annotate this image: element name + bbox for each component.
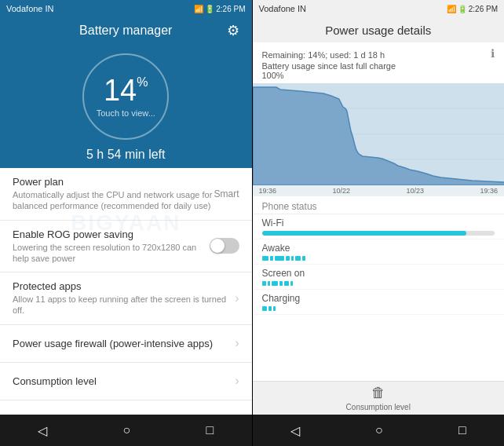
right-status-icons: 📶 🔋 2:26 PM bbox=[447, 5, 498, 13]
screen-seg-6 bbox=[290, 281, 293, 286]
left-status-bar: Vodafone IN 📶 🔋 2:26 PM bbox=[0, 0, 252, 17]
rog-title: Enable ROG power saving bbox=[13, 228, 210, 240]
awake-seg-7 bbox=[302, 256, 305, 261]
awake-seg-3 bbox=[275, 256, 284, 261]
graph-svg bbox=[253, 83, 505, 185]
info-icon[interactable]: ℹ bbox=[491, 47, 495, 60]
left-carrier: Vodafone IN bbox=[6, 4, 54, 13]
right-battery-icon: 🔋 bbox=[458, 5, 467, 13]
phone-status-section: Phone status Wi-Fi Awake bbox=[253, 196, 505, 381]
recents-icon[interactable]: □ bbox=[200, 417, 221, 444]
left-status-icons: 📶 🔋 2:26 PM bbox=[194, 5, 245, 13]
screen-seg-1 bbox=[262, 281, 266, 286]
touch-to-view-label: Touch to view... bbox=[97, 108, 155, 118]
power-plan-item[interactable]: Power plan Automatically adjust the CPU … bbox=[0, 168, 252, 221]
screen-segments bbox=[262, 281, 495, 286]
signal-icon: 📶 bbox=[194, 5, 203, 13]
graph-label-2: 10/23 bbox=[406, 187, 424, 195]
awake-seg-5 bbox=[291, 256, 294, 261]
home-icon[interactable]: ○ bbox=[117, 417, 137, 444]
firewall-title: Power usage firewall (power-intensive ap… bbox=[13, 338, 235, 349]
battery-circle[interactable]: 14 % Touch to view... bbox=[82, 53, 169, 140]
rog-power-saving-item[interactable]: Enable ROG power saving Lowering the scr… bbox=[0, 221, 252, 273]
usage-since: Battery usage since last full charge bbox=[262, 61, 495, 71]
chevron-right-icon-2: › bbox=[235, 336, 239, 350]
charging-status-row: Charging bbox=[253, 290, 505, 315]
awake-label: Awake bbox=[262, 243, 495, 254]
awake-seg-2 bbox=[270, 256, 273, 261]
rog-content: Enable ROG power saving Lowering the scr… bbox=[13, 228, 210, 265]
wifi-label: Wi-Fi bbox=[262, 218, 495, 228]
consumption-level-label: Consumption level bbox=[346, 403, 411, 411]
screen-seg-2 bbox=[268, 281, 270, 286]
awake-seg-6 bbox=[295, 256, 301, 261]
wifi-bar-fill bbox=[262, 231, 467, 236]
rog-toggle-right bbox=[210, 238, 239, 254]
left-header: Battery manager ⚙ bbox=[0, 17, 252, 44]
toggle-knob bbox=[210, 239, 225, 253]
protected-apps-subtitle: Allow 11 apps to keep running after the … bbox=[13, 294, 235, 316]
back-icon[interactable]: ◁ bbox=[31, 417, 53, 444]
graph-label-0: 19:36 bbox=[259, 187, 277, 195]
usage-remaining-row: Remaining: 14%; used: 1 d 18 h ℹ bbox=[262, 47, 495, 61]
screen-seg-5 bbox=[284, 281, 289, 286]
chevron-right-icon-3: › bbox=[235, 374, 239, 388]
power-plan-title: Power plan bbox=[13, 176, 214, 188]
time-left-label: 5 h 54 min left bbox=[86, 148, 166, 162]
right-page-title: Power usage details bbox=[325, 24, 431, 37]
right-panel: Vodafone IN 📶 🔋 2:26 PM Power usage deta… bbox=[253, 0, 505, 446]
charging-seg-2 bbox=[268, 306, 272, 311]
right-recents-icon[interactable]: □ bbox=[452, 417, 473, 444]
battery-icon: 🔋 bbox=[205, 5, 214, 13]
chevron-right-icon: › bbox=[235, 291, 239, 305]
power-usage-content: Remaining: 14%; used: 1 d 18 h ℹ Battery… bbox=[253, 42, 505, 415]
power-plan-right: Smart bbox=[214, 188, 239, 199]
consumption-title: Consumption level bbox=[13, 375, 235, 387]
wifi-bar-graph bbox=[262, 231, 495, 236]
firewall-content: Power usage firewall (power-intensive ap… bbox=[13, 338, 235, 349]
protected-apps-title: Protected apps bbox=[13, 280, 235, 292]
power-plan-subtitle: Automatically adjust the CPU and network… bbox=[13, 189, 214, 212]
graph-label-1: 10/22 bbox=[332, 187, 350, 195]
awake-segments bbox=[262, 256, 495, 261]
percent-symbol: % bbox=[137, 75, 148, 90]
graph-label-3: 19:36 bbox=[480, 187, 498, 195]
right-signal-icon: 📶 bbox=[447, 5, 456, 13]
screen-label: Screen on bbox=[262, 268, 495, 279]
menu-section: Power plan Automatically adjust the CPU … bbox=[0, 168, 252, 415]
left-nav-bar: ◁ ○ □ bbox=[0, 415, 252, 446]
right-time: 2:26 PM bbox=[469, 5, 498, 13]
right-carrier: Vodafone IN bbox=[259, 4, 307, 13]
protected-apps-content: Protected apps Allow 11 apps to keep run… bbox=[13, 280, 235, 316]
rog-toggle[interactable] bbox=[210, 238, 239, 254]
awake-seg-1 bbox=[262, 256, 268, 261]
smart-label: Smart bbox=[214, 188, 239, 199]
protected-apps-item[interactable]: Protected apps Allow 11 apps to keep run… bbox=[0, 272, 252, 325]
power-usage-firewall-item[interactable]: Power usage firewall (power-intensive ap… bbox=[0, 325, 252, 363]
usage-remaining: Remaining: 14%; used: 1 d 18 h bbox=[262, 50, 385, 60]
screen-seg-3 bbox=[272, 281, 278, 286]
consumption-level-button[interactable]: 🗑 Consumption level bbox=[340, 382, 417, 415]
usage-percent: 100% bbox=[262, 71, 495, 80]
screen-seg-4 bbox=[279, 281, 283, 286]
consumption-level-item[interactable]: Consumption level › bbox=[0, 363, 252, 400]
right-back-icon[interactable]: ◁ bbox=[284, 417, 306, 444]
battery-percent-display: 14 % bbox=[104, 75, 148, 105]
usage-info: Remaining: 14%; used: 1 d 18 h ℹ Battery… bbox=[253, 42, 505, 83]
rog-subtitle: Lowering the screen resolution to 720x12… bbox=[13, 242, 210, 265]
battery-percentage: 14 bbox=[104, 75, 137, 105]
charging-seg-1 bbox=[262, 306, 267, 311]
page-title: Battery manager bbox=[79, 24, 172, 38]
screen-status-row: Screen on bbox=[253, 265, 505, 290]
wifi-status-row: Wi-Fi bbox=[253, 214, 505, 239]
graph-labels: 19:36 10/22 10/23 19:36 bbox=[253, 185, 505, 196]
awake-status-row: Awake bbox=[253, 239, 505, 265]
right-nav-bar: ◁ ○ □ bbox=[253, 415, 505, 446]
battery-circle-section[interactable]: 14 % Touch to view... 5 h 54 min left bbox=[0, 44, 252, 168]
charging-seg-3 bbox=[273, 306, 276, 311]
awake-seg-4 bbox=[286, 256, 290, 261]
settings-icon[interactable]: ⚙ bbox=[227, 22, 239, 39]
right-home-icon[interactable]: ○ bbox=[369, 417, 389, 444]
consumption-trash-icon: 🗑 bbox=[371, 385, 385, 401]
left-panel: Vodafone IN 📶 🔋 2:26 PM Battery manager … bbox=[0, 0, 252, 446]
